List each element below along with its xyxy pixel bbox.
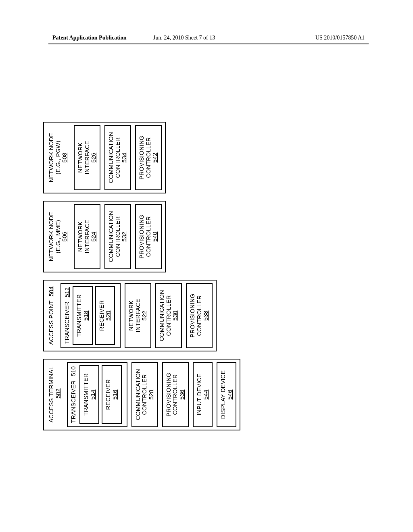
ref: 544: [202, 390, 209, 400]
title-text: NETWORK NODE (E.G., PGW): [48, 133, 61, 182]
ref: 536: [179, 390, 185, 400]
network-interface-box: NETWORK INTERFACE 524: [74, 204, 100, 269]
ref: 530: [172, 311, 178, 321]
label: NETWORK INTERFACE: [77, 141, 90, 174]
title-ref: 508: [61, 153, 68, 163]
label: RECEIVER: [98, 300, 105, 331]
title-ref: 506: [61, 232, 68, 242]
label: RECEIVER: [105, 379, 111, 410]
transmitter-box: TRANSMITTER 514: [79, 365, 99, 424]
ref: 520: [105, 311, 111, 321]
label: COMMUNICATION CONTROLLER: [135, 369, 148, 420]
title-text: ACCESS POINT: [48, 300, 54, 345]
ref: 540: [152, 232, 158, 242]
header-center: Jun. 24, 2010 Sheet 7 of 13: [153, 35, 215, 41]
access-point-title: ACCESS POINT 504: [48, 283, 55, 348]
label: PROVISIONING CONTROLLER: [165, 373, 179, 417]
provisioning-controller-box: PROVISIONING CONTROLLER 538: [186, 283, 213, 348]
ref: 526: [90, 153, 97, 163]
label: PROVISIONING CONTROLLER: [138, 136, 152, 180]
communication-controller-box: COMMUNICATION CONTROLLER 534: [104, 125, 131, 190]
ref: 542: [152, 153, 158, 163]
title-ref: 502: [55, 389, 61, 399]
label: COMMUNICATION CONTROLLER: [108, 132, 121, 183]
transceiver-title: TRANSCEIVER 510: [70, 364, 77, 425]
ref: 518: [83, 311, 89, 321]
communication-controller-box: COMMUNICATION CONTROLLER 528: [131, 362, 158, 427]
label: TRANSCEIVER: [70, 380, 77, 423]
label: COMMUNICATION CONTROLLER: [159, 290, 172, 341]
label: TRANSMITTER: [83, 373, 89, 416]
header-left: Patent Application Publication: [52, 35, 127, 41]
page: Patent Application Publication Jun. 24, …: [0, 0, 413, 532]
network-interface-box: NETWORK INTERFACE 526: [74, 125, 100, 190]
ref: 546: [227, 390, 233, 400]
ref: 516: [112, 390, 118, 400]
provisioning-controller-box: PROVISIONING CONTROLLER 542: [135, 125, 162, 190]
ref: 512: [64, 287, 70, 297]
access-terminal-title: ACCESS TERMINAL 502: [48, 362, 61, 427]
label: TRANSCEIVER: [64, 301, 70, 344]
provisioning-controller-box: PROVISIONING CONTROLLER 536: [162, 362, 189, 427]
label: DISPLAY DEVICE: [220, 370, 226, 419]
ref: 528: [148, 390, 154, 400]
transmitter-box: TRANSMITTER 518: [73, 286, 92, 345]
receiver-box: RECEIVER 516: [102, 365, 121, 424]
label: PROVISIONING CONTROLLER: [189, 294, 202, 338]
header-right: US 2010/0157850 A1: [315, 35, 365, 41]
figure-5-diagram: ACCESS TERMINAL 502 TRANSCEIVER 510 TRAN…: [0, 118, 413, 434]
communication-controller-box: COMMUNICATION CONTROLLER 532: [104, 204, 131, 269]
ref: 534: [121, 153, 127, 163]
ref: 510: [70, 366, 77, 376]
header-rule: [48, 44, 369, 44]
title-text: NETWORK NODE (E.G., MME): [48, 212, 61, 261]
page-header: Patent Application Publication Jun. 24, …: [0, 35, 413, 43]
transceiver-box: TRANSCEIVER 512 TRANSMITTER 518 RECEIVER…: [60, 283, 121, 348]
network-interface-box: NETWORK INTERFACE 522: [125, 283, 151, 348]
display-device-box: DISPLAY DEVICE 546: [217, 362, 236, 427]
label: TRANSMITTER: [76, 294, 82, 337]
communication-controller-box: COMMUNICATION CONTROLLER 530: [155, 283, 182, 348]
receiver-box: RECEIVER 520: [95, 286, 115, 345]
transceiver-box: TRANSCEIVER 510 TRANSMITTER 514 RECEIVER…: [67, 362, 127, 427]
access-point-box: ACCESS POINT 504 TRANSCEIVER 512 TRANSMI…: [43, 280, 217, 351]
network-node-pgw-title: NETWORK NODE (E.G., PGW) 508: [48, 125, 68, 190]
input-device-box: INPUT DEVICE 544: [193, 362, 213, 427]
network-node-pgw-box: NETWORK NODE (E.G., PGW) 508 NETWORK INT…: [43, 122, 166, 193]
label: NETWORK INTERFACE: [77, 220, 90, 253]
ref: 522: [141, 311, 148, 321]
label: NETWORK INTERFACE: [128, 299, 141, 332]
ref: 538: [202, 311, 209, 321]
provisioning-controller-box: PROVISIONING CONTROLLER 540: [135, 204, 162, 269]
network-node-mme-box: NETWORK NODE (E.G., MME) 506 NETWORK INT…: [43, 201, 166, 272]
network-node-mme-title: NETWORK NODE (E.G., MME) 506: [48, 204, 68, 269]
title-ref: 504: [48, 286, 54, 296]
access-terminal-box: ACCESS TERMINAL 502 TRANSCEIVER 510 TRAN…: [43, 359, 240, 430]
transceiver-title: TRANSCEIVER 512: [64, 285, 71, 346]
ref: 532: [121, 232, 127, 242]
ref: 514: [90, 390, 96, 400]
title-text: ACCESS TERMINAL: [48, 366, 54, 422]
label: INPUT DEVICE: [196, 374, 202, 416]
label: PROVISIONING CONTROLLER: [138, 215, 152, 259]
ref: 524: [90, 232, 97, 242]
label: COMMUNICATION CONTROLLER: [108, 211, 121, 262]
